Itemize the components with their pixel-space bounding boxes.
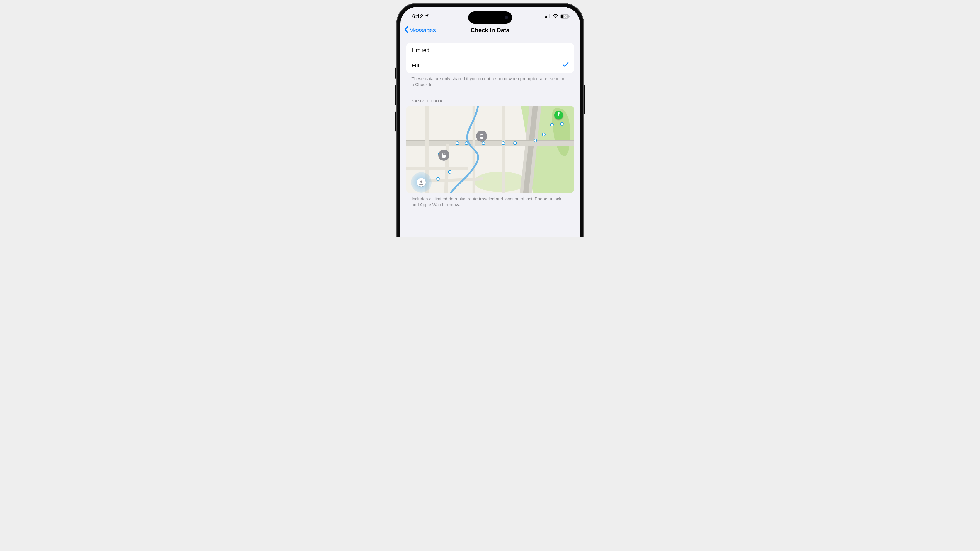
route-dot — [482, 141, 485, 145]
unlock-marker — [439, 150, 449, 160]
watch-marker — [477, 131, 487, 141]
route-dot — [448, 170, 452, 174]
route-dot — [560, 122, 564, 125]
checkmark-icon — [563, 62, 569, 69]
route-dot — [465, 141, 468, 145]
chevron-left-icon — [404, 26, 409, 34]
destination-pin — [554, 111, 563, 119]
sample-data-header: SAMPLE DATA — [406, 88, 574, 106]
svg-point-8 — [474, 171, 527, 192]
sample-map — [406, 106, 574, 193]
wifi-icon — [552, 14, 558, 19]
route-dot — [501, 141, 505, 145]
route-dot — [436, 177, 440, 181]
route-dot — [456, 141, 459, 145]
user-avatar-icon — [417, 178, 426, 187]
svg-point-17 — [420, 180, 422, 183]
back-label: Messages — [409, 27, 436, 34]
option-full[interactable]: Full — [406, 58, 574, 73]
cellular-icon — [545, 14, 550, 19]
option-full-label: Full — [412, 62, 421, 69]
back-button[interactable]: Messages — [404, 26, 436, 34]
option-limited-label: Limited — [412, 47, 430, 54]
svg-rect-5 — [569, 16, 570, 17]
svg-rect-14 — [480, 138, 483, 139]
sample-data-footer: Includes all limited data plus route tra… — [406, 193, 574, 208]
map-illustration — [406, 106, 574, 193]
location-icon — [425, 13, 429, 20]
svg-rect-13 — [480, 133, 483, 134]
option-limited[interactable]: Limited — [406, 43, 574, 58]
svg-rect-6 — [561, 14, 563, 18]
options-footer: These data are only shared if you do not… — [406, 73, 574, 88]
svg-rect-0 — [545, 16, 546, 18]
route-dot — [542, 133, 546, 136]
svg-rect-1 — [546, 16, 547, 18]
route-dot — [550, 123, 554, 127]
unlock-icon — [442, 152, 446, 158]
svg-rect-16 — [480, 135, 483, 137]
data-sharing-options: Limited Full — [406, 43, 574, 73]
nav-bar: Messages Check In Data — [401, 24, 580, 38]
status-time: 6:12 — [412, 13, 423, 20]
battery-icon: 30 — [560, 14, 570, 19]
svg-rect-3 — [549, 14, 550, 18]
dynamic-island — [468, 11, 512, 24]
route-dot — [533, 139, 537, 142]
watch-icon — [480, 133, 484, 139]
route-dot — [513, 141, 517, 145]
current-location — [411, 172, 431, 193]
screen: 6:12 — [401, 7, 580, 237]
battery-level: 30 — [564, 14, 567, 18]
phone-frame: 6:12 — [396, 3, 584, 237]
svg-rect-12 — [442, 155, 445, 157]
phone-side-button-right — [584, 85, 585, 114]
svg-rect-2 — [547, 14, 549, 18]
phone-side-buttons-left — [395, 67, 396, 138]
